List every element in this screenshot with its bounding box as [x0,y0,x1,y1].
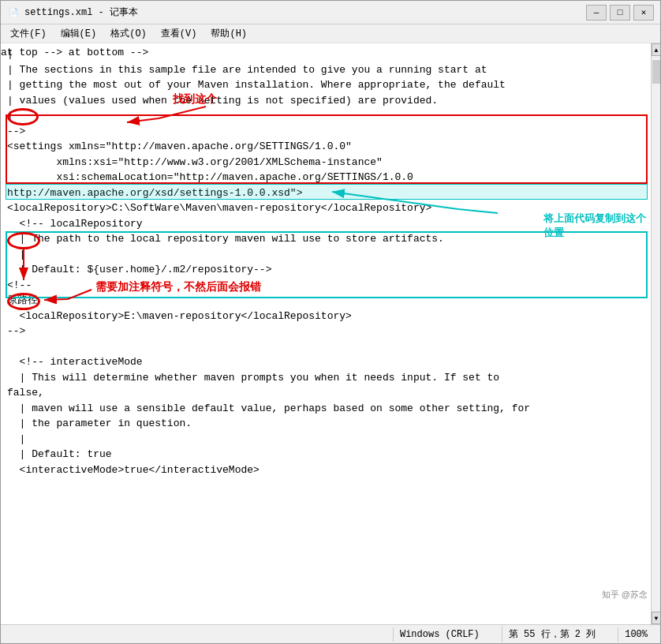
title-bar-controls: — □ ✕ [586,5,654,21]
close-button[interactable]: ✕ [633,5,654,21]
status-position: 第 55 行，第 2 列 [502,626,602,642]
title-bar-left: 📄 settings.xml - 记事本 [7,6,138,19]
window-title: settings.xml - 记事本 [24,6,138,19]
minimize-button[interactable]: — [586,5,607,21]
status-encoding: Windows (CRLF) [393,627,486,642]
title-bar: 📄 settings.xml - 记事本 — □ ✕ [1,1,660,24]
scrollbar-up-button[interactable]: ▲ [652,43,660,56]
status-bar: Windows (CRLF) 第 55 行，第 2 列 100% [1,624,660,643]
menu-edit[interactable]: 编辑(E) [54,25,103,42]
main-window: 📄 settings.xml - 记事本 — □ ✕ 文件(F) 编辑(E) 格… [0,0,661,644]
menu-format[interactable]: 格式(O) [104,25,153,42]
maximize-button[interactable]: □ [610,5,630,21]
scrollbar[interactable]: ▲ ▼ [651,43,660,624]
menu-view[interactable]: 查看(V) [155,25,204,42]
text-editor[interactable]: | | The sections in this sample file are… [1,43,651,624]
status-zoom: 100% [618,627,654,642]
watermark: 知乎 @苏念 [602,589,648,601]
menu-help[interactable]: 帮助(H) [204,25,253,42]
menu-file[interactable]: 文件(F) [4,25,53,42]
scrollbar-thumb[interactable] [652,60,660,84]
app-icon: 📄 [7,6,20,19]
scrollbar-down-button[interactable]: ▼ [652,612,660,624]
content-area[interactable]: | | The sections in this sample file are… [1,43,660,624]
menu-bar: 文件(F) 编辑(E) 格式(O) 查看(V) 帮助(H) [1,24,660,43]
